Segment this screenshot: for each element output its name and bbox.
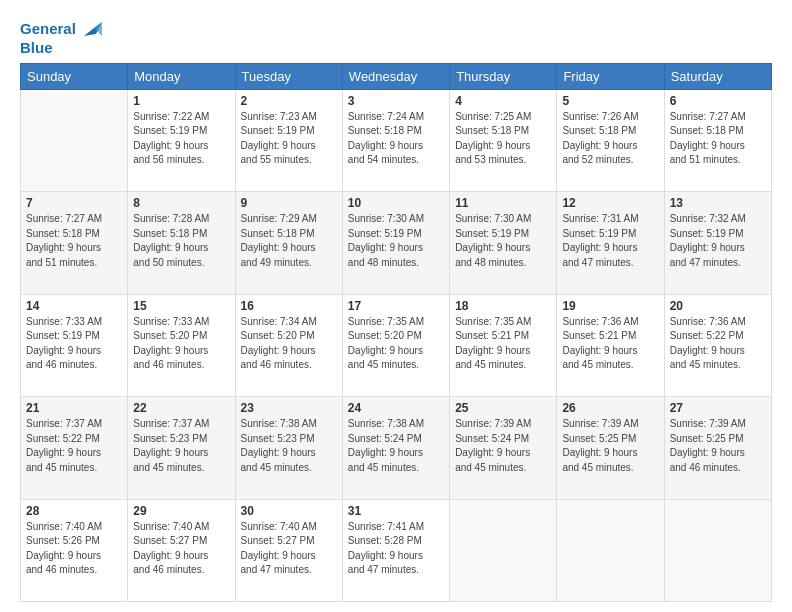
cell-info: Sunrise: 7:36 AM Sunset: 5:22 PM Dayligh… xyxy=(670,315,766,373)
calendar-cell: 27Sunrise: 7:39 AM Sunset: 5:25 PM Dayli… xyxy=(664,397,771,500)
cell-info: Sunrise: 7:30 AM Sunset: 5:19 PM Dayligh… xyxy=(455,212,551,270)
day-number: 18 xyxy=(455,299,551,313)
calendar-cell: 9Sunrise: 7:29 AM Sunset: 5:18 PM Daylig… xyxy=(235,192,342,295)
calendar-header-monday: Monday xyxy=(128,63,235,89)
calendar-cell xyxy=(450,499,557,602)
day-number: 2 xyxy=(241,94,337,108)
day-number: 26 xyxy=(562,401,658,415)
cell-info: Sunrise: 7:30 AM Sunset: 5:19 PM Dayligh… xyxy=(348,212,444,270)
cell-info: Sunrise: 7:23 AM Sunset: 5:19 PM Dayligh… xyxy=(241,110,337,168)
calendar-cell: 1Sunrise: 7:22 AM Sunset: 5:19 PM Daylig… xyxy=(128,89,235,192)
cell-info: Sunrise: 7:35 AM Sunset: 5:20 PM Dayligh… xyxy=(348,315,444,373)
cell-info: Sunrise: 7:39 AM Sunset: 5:25 PM Dayligh… xyxy=(562,417,658,475)
cell-info: Sunrise: 7:37 AM Sunset: 5:23 PM Dayligh… xyxy=(133,417,229,475)
logo-blue: Blue xyxy=(20,40,102,57)
calendar-cell: 21Sunrise: 7:37 AM Sunset: 5:22 PM Dayli… xyxy=(21,397,128,500)
calendar-week-row: 14Sunrise: 7:33 AM Sunset: 5:19 PM Dayli… xyxy=(21,294,772,397)
cell-info: Sunrise: 7:35 AM Sunset: 5:21 PM Dayligh… xyxy=(455,315,551,373)
cell-info: Sunrise: 7:38 AM Sunset: 5:24 PM Dayligh… xyxy=(348,417,444,475)
cell-info: Sunrise: 7:29 AM Sunset: 5:18 PM Dayligh… xyxy=(241,212,337,270)
day-number: 9 xyxy=(241,196,337,210)
calendar-header-saturday: Saturday xyxy=(664,63,771,89)
day-number: 5 xyxy=(562,94,658,108)
calendar-cell xyxy=(664,499,771,602)
calendar-cell: 2Sunrise: 7:23 AM Sunset: 5:19 PM Daylig… xyxy=(235,89,342,192)
day-number: 30 xyxy=(241,504,337,518)
day-number: 11 xyxy=(455,196,551,210)
page: General Blue SundayMondayTuesdayWednesda… xyxy=(0,0,792,612)
cell-info: Sunrise: 7:28 AM Sunset: 5:18 PM Dayligh… xyxy=(133,212,229,270)
calendar-cell: 17Sunrise: 7:35 AM Sunset: 5:20 PM Dayli… xyxy=(342,294,449,397)
cell-info: Sunrise: 7:26 AM Sunset: 5:18 PM Dayligh… xyxy=(562,110,658,168)
day-number: 27 xyxy=(670,401,766,415)
cell-info: Sunrise: 7:31 AM Sunset: 5:19 PM Dayligh… xyxy=(562,212,658,270)
calendar-cell: 19Sunrise: 7:36 AM Sunset: 5:21 PM Dayli… xyxy=(557,294,664,397)
calendar-cell: 11Sunrise: 7:30 AM Sunset: 5:19 PM Dayli… xyxy=(450,192,557,295)
calendar-cell: 5Sunrise: 7:26 AM Sunset: 5:18 PM Daylig… xyxy=(557,89,664,192)
calendar-cell: 16Sunrise: 7:34 AM Sunset: 5:20 PM Dayli… xyxy=(235,294,342,397)
day-number: 4 xyxy=(455,94,551,108)
cell-info: Sunrise: 7:27 AM Sunset: 5:18 PM Dayligh… xyxy=(26,212,122,270)
calendar-cell: 14Sunrise: 7:33 AM Sunset: 5:19 PM Dayli… xyxy=(21,294,128,397)
calendar-cell: 18Sunrise: 7:35 AM Sunset: 5:21 PM Dayli… xyxy=(450,294,557,397)
day-number: 21 xyxy=(26,401,122,415)
day-number: 16 xyxy=(241,299,337,313)
day-number: 6 xyxy=(670,94,766,108)
cell-info: Sunrise: 7:41 AM Sunset: 5:28 PM Dayligh… xyxy=(348,520,444,578)
cell-info: Sunrise: 7:22 AM Sunset: 5:19 PM Dayligh… xyxy=(133,110,229,168)
calendar-cell: 28Sunrise: 7:40 AM Sunset: 5:26 PM Dayli… xyxy=(21,499,128,602)
logo: General Blue xyxy=(20,18,102,57)
calendar-week-row: 7Sunrise: 7:27 AM Sunset: 5:18 PM Daylig… xyxy=(21,192,772,295)
day-number: 3 xyxy=(348,94,444,108)
day-number: 29 xyxy=(133,504,229,518)
calendar-cell: 29Sunrise: 7:40 AM Sunset: 5:27 PM Dayli… xyxy=(128,499,235,602)
calendar-header-thursday: Thursday xyxy=(450,63,557,89)
day-number: 7 xyxy=(26,196,122,210)
calendar-cell: 20Sunrise: 7:36 AM Sunset: 5:22 PM Dayli… xyxy=(664,294,771,397)
calendar-cell: 23Sunrise: 7:38 AM Sunset: 5:23 PM Dayli… xyxy=(235,397,342,500)
cell-info: Sunrise: 7:27 AM Sunset: 5:18 PM Dayligh… xyxy=(670,110,766,168)
calendar-cell: 8Sunrise: 7:28 AM Sunset: 5:18 PM Daylig… xyxy=(128,192,235,295)
cell-info: Sunrise: 7:34 AM Sunset: 5:20 PM Dayligh… xyxy=(241,315,337,373)
calendar-week-row: 28Sunrise: 7:40 AM Sunset: 5:26 PM Dayli… xyxy=(21,499,772,602)
logo-text: General xyxy=(20,21,76,38)
day-number: 8 xyxy=(133,196,229,210)
day-number: 1 xyxy=(133,94,229,108)
day-number: 17 xyxy=(348,299,444,313)
day-number: 19 xyxy=(562,299,658,313)
day-number: 23 xyxy=(241,401,337,415)
cell-info: Sunrise: 7:36 AM Sunset: 5:21 PM Dayligh… xyxy=(562,315,658,373)
calendar-week-row: 1Sunrise: 7:22 AM Sunset: 5:19 PM Daylig… xyxy=(21,89,772,192)
calendar-cell: 10Sunrise: 7:30 AM Sunset: 5:19 PM Dayli… xyxy=(342,192,449,295)
day-number: 25 xyxy=(455,401,551,415)
calendar-cell: 13Sunrise: 7:32 AM Sunset: 5:19 PM Dayli… xyxy=(664,192,771,295)
calendar-cell: 6Sunrise: 7:27 AM Sunset: 5:18 PM Daylig… xyxy=(664,89,771,192)
day-number: 31 xyxy=(348,504,444,518)
calendar-header-tuesday: Tuesday xyxy=(235,63,342,89)
calendar-cell: 26Sunrise: 7:39 AM Sunset: 5:25 PM Dayli… xyxy=(557,397,664,500)
day-number: 15 xyxy=(133,299,229,313)
calendar-cell: 3Sunrise: 7:24 AM Sunset: 5:18 PM Daylig… xyxy=(342,89,449,192)
cell-info: Sunrise: 7:39 AM Sunset: 5:25 PM Dayligh… xyxy=(670,417,766,475)
calendar-cell: 22Sunrise: 7:37 AM Sunset: 5:23 PM Dayli… xyxy=(128,397,235,500)
cell-info: Sunrise: 7:38 AM Sunset: 5:23 PM Dayligh… xyxy=(241,417,337,475)
day-number: 14 xyxy=(26,299,122,313)
day-number: 12 xyxy=(562,196,658,210)
calendar-cell: 12Sunrise: 7:31 AM Sunset: 5:19 PM Dayli… xyxy=(557,192,664,295)
day-number: 13 xyxy=(670,196,766,210)
calendar-cell: 31Sunrise: 7:41 AM Sunset: 5:28 PM Dayli… xyxy=(342,499,449,602)
calendar-cell: 30Sunrise: 7:40 AM Sunset: 5:27 PM Dayli… xyxy=(235,499,342,602)
day-number: 24 xyxy=(348,401,444,415)
calendar-week-row: 21Sunrise: 7:37 AM Sunset: 5:22 PM Dayli… xyxy=(21,397,772,500)
day-number: 22 xyxy=(133,401,229,415)
cell-info: Sunrise: 7:25 AM Sunset: 5:18 PM Dayligh… xyxy=(455,110,551,168)
logo-icon xyxy=(80,18,102,40)
day-number: 20 xyxy=(670,299,766,313)
calendar-cell: 4Sunrise: 7:25 AM Sunset: 5:18 PM Daylig… xyxy=(450,89,557,192)
cell-info: Sunrise: 7:24 AM Sunset: 5:18 PM Dayligh… xyxy=(348,110,444,168)
calendar-header-row: SundayMondayTuesdayWednesdayThursdayFrid… xyxy=(21,63,772,89)
calendar-cell: 7Sunrise: 7:27 AM Sunset: 5:18 PM Daylig… xyxy=(21,192,128,295)
calendar-header-friday: Friday xyxy=(557,63,664,89)
calendar-table: SundayMondayTuesdayWednesdayThursdayFrid… xyxy=(20,63,772,603)
calendar-cell: 25Sunrise: 7:39 AM Sunset: 5:24 PM Dayli… xyxy=(450,397,557,500)
